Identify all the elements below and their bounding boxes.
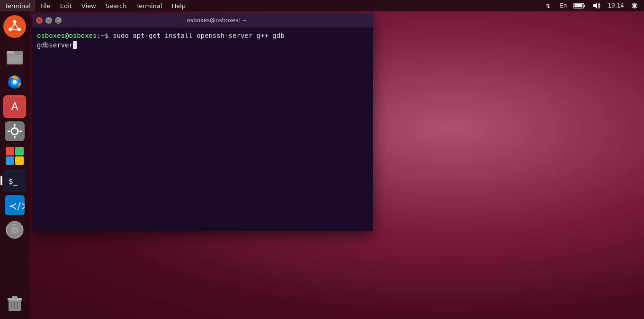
terminal-body[interactable]: osboxes@osboxes:~$ sudo apt-get install …: [32, 27, 373, 54]
menu-terminal2[interactable]: Terminal: [131, 0, 167, 11]
menu-edit[interactable]: Edit: [55, 0, 77, 11]
battery-icon[interactable]: [572, 0, 588, 11]
svg-rect-12: [8, 55, 22, 64]
terminal-command-line: osboxes@osboxes:~$ sudo apt-get install …: [37, 31, 368, 50]
volume-icon[interactable]: [590, 0, 603, 11]
terminal-window: ✕ − □ osboxes@osboxes: ~ osboxes@osboxes…: [32, 13, 373, 231]
svg-rect-27: [15, 156, 24, 165]
dock-files-button[interactable]: [3, 46, 26, 69]
dock-appstore-button[interactable]: A: [3, 95, 26, 118]
system-tray: ⇅ En 19:14: [544, 0, 644, 11]
menu-search[interactable]: Search: [101, 0, 132, 11]
svg-marker-4: [593, 2, 597, 9]
settings-gear-icon[interactable]: [629, 0, 640, 11]
dock-terminal-button[interactable]: $_: [3, 169, 26, 192]
menu-bar: Terminal File Edit View Search Terminal …: [0, 0, 190, 11]
clock[interactable]: 19:14: [606, 0, 626, 11]
network-tray-icon[interactable]: ⇅: [544, 0, 555, 11]
window-maximize-button[interactable]: □: [55, 17, 62, 24]
window-minimize-button[interactable]: −: [45, 17, 52, 24]
dock-settings-button[interactable]: [3, 120, 26, 143]
svg-rect-11: [7, 51, 14, 54]
dock-dvd-button[interactable]: [3, 219, 26, 241]
menu-file[interactable]: File: [36, 0, 55, 11]
keyboard-layout-indicator[interactable]: En: [558, 0, 569, 11]
svg-rect-26: [6, 156, 14, 165]
dock-trash-button[interactable]: [3, 292, 26, 315]
svg-rect-3: [574, 4, 582, 7]
top-menubar: Terminal File Edit View Search Terminal …: [0, 0, 644, 11]
application-dock: A $_ ≺/≻: [0, 11, 29, 319]
window-close-button[interactable]: ✕: [36, 17, 43, 24]
dock-ubuntu-button[interactable]: [3, 15, 26, 38]
dock-separator-1: [5, 42, 24, 42]
dock-color-app-button[interactable]: [3, 145, 26, 167]
dock-vscode-button[interactable]: ≺/≻: [3, 194, 26, 217]
terminal-prompt-user: osboxes@osboxes: [37, 32, 97, 39]
svg-text:$_: $_: [9, 177, 18, 186]
terminal-command-text: sudo apt-get install openssh-server g++ …: [113, 32, 284, 39]
terminal-cursor: [73, 41, 77, 49]
svg-point-15: [13, 80, 17, 84]
dock-firefox-button[interactable]: [3, 71, 26, 93]
terminal-title: osboxes@osboxes: ~: [64, 17, 369, 24]
svg-text:≺/≻: ≺/≻: [9, 200, 25, 212]
svg-text:⇅: ⇅: [546, 3, 550, 9]
menu-help[interactable]: Help: [167, 0, 190, 11]
svg-rect-25: [15, 147, 24, 155]
svg-rect-24: [6, 147, 14, 155]
terminal-prompt-sep: :~$: [97, 32, 113, 39]
svg-point-35: [14, 229, 16, 231]
svg-rect-38: [12, 296, 18, 299]
menu-terminal[interactable]: Terminal: [0, 0, 36, 11]
terminal-titlebar: ✕ − □ osboxes@osboxes: ~: [32, 13, 373, 27]
menu-view[interactable]: View: [77, 0, 101, 11]
terminal-command-line2: gdbserver: [37, 41, 73, 49]
svg-rect-2: [584, 5, 585, 7]
svg-text:A: A: [11, 100, 18, 112]
